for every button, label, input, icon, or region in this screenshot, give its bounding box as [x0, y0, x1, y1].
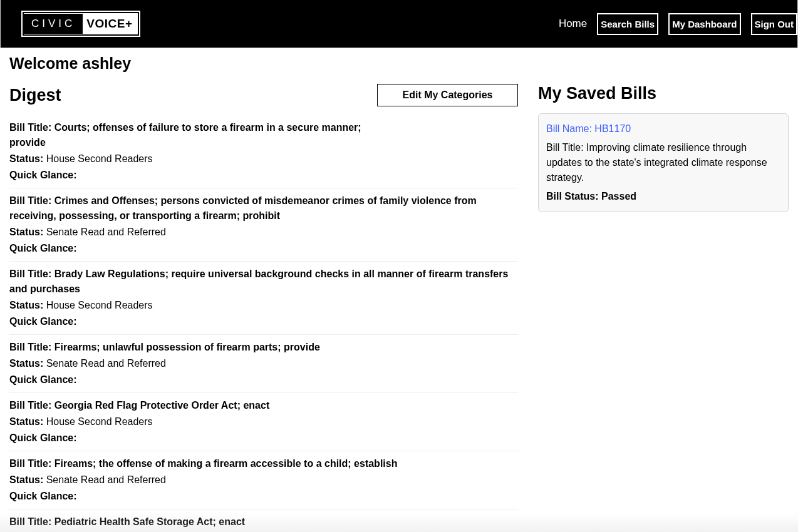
saved-bill-card: Bill Name: HB1170 Bill Title: Improving …: [538, 113, 789, 212]
saved-bill-status: Bill Status: Passed: [546, 189, 780, 204]
bill-title: Bill Title: Fireams; the offense of maki…: [9, 456, 518, 471]
digest-header: Digest Edit My Categories: [9, 84, 518, 106]
logo-text-voice: VOICE+: [83, 13, 137, 34]
digest-item: Bill Title: Georgia Red Flag Protective …: [9, 393, 518, 451]
bill-status: Status: House Second Readers: [9, 151, 518, 166]
main: Welcome ashley Digest Edit My Categories…: [0, 48, 798, 532]
digest-title: Digest: [9, 86, 61, 105]
columns: Digest Edit My Categories Bill Title: Co…: [9, 84, 789, 532]
quick-glance-label: Quick Glance:: [9, 489, 518, 504]
bill-status: Status: Senate Read and Referred: [9, 225, 518, 240]
bill-title: Bill Title: Courts; offenses of failure …: [9, 120, 366, 150]
saved-bill-title: Bill Title: Improving climate resilience…: [546, 140, 780, 185]
edit-categories-button[interactable]: Edit My Categories: [377, 84, 518, 106]
saved-bill-name-link[interactable]: Bill Name: HB1170: [546, 121, 780, 136]
nav-search-bills[interactable]: Search Bills: [597, 13, 658, 35]
logo[interactable]: CIVIC VOICE+: [21, 11, 140, 37]
bill-status: Status: House Second Readers: [9, 414, 518, 429]
digest-item: Bill Title: Crimes and Offenses; persons…: [9, 188, 518, 262]
bill-title: Bill Title: Firearms; unlawful possessio…: [9, 340, 518, 355]
quick-glance-label: Quick Glance:: [9, 431, 518, 446]
bill-status: Status: Senate Read and Referred: [9, 473, 518, 488]
digest-item: Bill Title: Courts; offenses of failure …: [9, 115, 518, 188]
nav-home[interactable]: Home: [559, 18, 587, 30]
digest-item: Bill Title: Pediatric Health Safe Storag…: [9, 509, 518, 532]
bill-title: Bill Title: Georgia Red Flag Protective …: [9, 398, 518, 413]
nav-my-dashboard[interactable]: My Dashboard: [668, 13, 740, 35]
header: CIVIC VOICE+ Home Search Bills My Dashbo…: [0, 0, 798, 48]
bill-title: Bill Title: Pediatric Health Safe Storag…: [9, 514, 518, 529]
quick-glance-label: Quick Glance:: [9, 168, 518, 183]
welcome-heading: Welcome ashley: [9, 54, 789, 73]
bill-title: Bill Title: Crimes and Offenses; persons…: [9, 193, 518, 223]
digest-item: Bill Title: Brady Law Regulations; requi…: [9, 262, 518, 335]
saved-bills-title: My Saved Bills: [538, 84, 789, 103]
quick-glance-label: Quick Glance:: [9, 241, 518, 256]
bill-status: Status: Senate Read and Referred: [9, 356, 518, 371]
logo-inner: CIVIC VOICE+: [24, 13, 138, 34]
quick-glance-label: Quick Glance:: [9, 372, 518, 387]
nav-sign-out[interactable]: Sign Out: [751, 13, 798, 35]
quick-glance-label: Quick Glance:: [9, 314, 518, 329]
digest-item: Bill Title: Fireams; the offense of maki…: [9, 451, 518, 509]
nav: Home Search Bills My Dashboard Sign Out: [559, 13, 797, 35]
saved-column: My Saved Bills Bill Name: HB1170 Bill Ti…: [538, 84, 789, 532]
bill-status: Status: House Second Readers: [9, 298, 518, 313]
logo-text-civic: CIVIC: [24, 14, 83, 34]
digest-item: Bill Title: Firearms; unlawful possessio…: [9, 335, 518, 393]
digest-column: Digest Edit My Categories Bill Title: Co…: [9, 84, 518, 532]
bill-title: Bill Title: Brady Law Regulations; requi…: [9, 267, 518, 297]
